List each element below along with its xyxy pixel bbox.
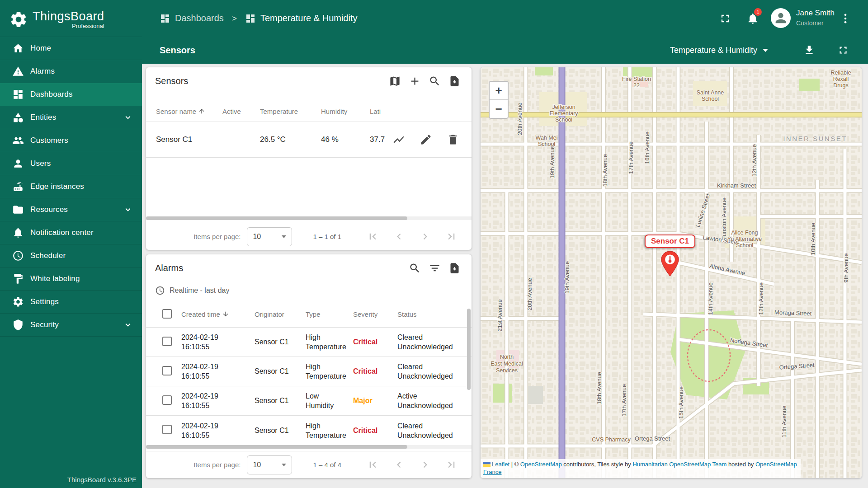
more-menu-button[interactable] — [835, 0, 855, 37]
column-active[interactable]: Active — [222, 108, 260, 115]
column-created-time[interactable]: Created time — [181, 310, 255, 318]
alarm-row[interactable]: 2024-02-1916:10:55 Sensor C1 HighTempera… — [146, 328, 472, 357]
previous-page-button[interactable] — [386, 455, 412, 475]
column-originator[interactable]: Originator — [255, 310, 306, 318]
osm-link[interactable]: OpenStreetMap — [520, 461, 562, 468]
column-humidity[interactable]: Humidity — [321, 108, 370, 115]
dashboards-icon — [160, 13, 170, 24]
notifications-button[interactable]: 1 — [743, 0, 763, 37]
first-page-button[interactable] — [359, 227, 386, 247]
avatar[interactable] — [771, 8, 791, 28]
fullscreen-button[interactable] — [715, 0, 735, 37]
app-logo[interactable]: ThingsBoard Professional — [0, 0, 142, 37]
sidebar-item-entities[interactable]: Entities — [0, 106, 142, 129]
alarm-created-cell: 2024-02-1916:10:55 — [181, 391, 255, 410]
osm-france-link[interactable]: France — [483, 469, 501, 475]
leaflet-link[interactable]: Leaflet — [492, 461, 509, 468]
zoom-out-button[interactable]: − — [490, 100, 508, 118]
sensor-row[interactable]: Sensor C1 26.5 °C 46 % 37.7 — [146, 122, 472, 158]
sidebar-item-notification-center[interactable]: Notification center — [0, 221, 142, 244]
column-severity[interactable]: Severity — [353, 310, 397, 318]
widget-title: Alarms — [155, 263, 183, 273]
sidebar-item-home[interactable]: Home — [0, 37, 142, 60]
sidebar-item-scheduler[interactable]: Scheduler — [0, 244, 142, 267]
chart-action-button[interactable] — [389, 130, 409, 150]
search-button[interactable] — [405, 258, 425, 278]
map-label: INNER SUNSET — [783, 135, 847, 142]
breadcrumb-dashboards[interactable]: Dashboards — [175, 13, 224, 23]
scrollbar-thumb[interactable] — [146, 216, 407, 220]
map-marker-pin[interactable] — [660, 251, 680, 277]
next-page-button[interactable] — [412, 227, 438, 247]
sidebar-item-security[interactable]: Security — [0, 314, 142, 337]
top-header: Dashboards > Temperature & Humidity 1 Ja… — [142, 0, 868, 37]
sidebar-item-customers[interactable]: Customers — [0, 129, 142, 152]
export-button[interactable] — [444, 71, 464, 91]
next-page-button[interactable] — [412, 455, 438, 475]
column-latitude[interactable]: Lati — [370, 108, 391, 115]
filter-button[interactable] — [425, 258, 444, 278]
download-button[interactable] — [799, 37, 819, 64]
column-temperature[interactable]: Temperature — [260, 108, 321, 115]
select-all-cell — [162, 309, 181, 320]
search-button[interactable] — [425, 71, 444, 91]
column-type[interactable]: Type — [306, 310, 353, 318]
sidebar-item-white-labeling[interactable]: White labeling — [0, 267, 142, 291]
last-page-button[interactable] — [438, 455, 464, 475]
alarm-row[interactable]: 2024-02-1916:10:55 Sensor C1 LowHumidity… — [146, 386, 472, 416]
first-page-button[interactable] — [359, 455, 386, 475]
chevron-down-icon — [282, 235, 286, 238]
dashboard-state-select[interactable]: Temperature & Humidity — [670, 37, 768, 64]
scrollbar-thumb[interactable] — [146, 445, 407, 449]
row-checkbox[interactable] — [162, 395, 172, 405]
scrollbar-thumb[interactable] — [467, 309, 471, 390]
sidebar-item-label: Settings — [30, 297, 59, 306]
sidebar-item-settings[interactable]: Settings — [0, 291, 142, 314]
alarm-row[interactable]: 2024-02-1916:10:55 Sensor C1 HighTempera… — [146, 416, 472, 445]
edit-action-button[interactable] — [416, 130, 436, 150]
alarm-severity-cell: Critical — [353, 427, 397, 435]
horizontal-scrollbar — [146, 445, 472, 449]
map-label: 17th Avenue — [621, 384, 627, 417]
export-button[interactable] — [444, 258, 464, 278]
page-size-select[interactable]: 10 — [247, 455, 292, 474]
page-size-select[interactable]: 10 — [247, 227, 292, 246]
dashboard-toolbar: Sensors Temperature & Humidity — [142, 37, 868, 64]
last-page-button[interactable] — [438, 227, 464, 247]
fullscreen-button[interactable] — [833, 37, 853, 64]
select-all-checkbox[interactable] — [162, 309, 172, 319]
clock-icon — [12, 250, 24, 262]
hot-link[interactable]: Humanitarian OpenStreetMap Team — [632, 461, 726, 468]
osm-france-link[interactable]: OpenStreetMap — [755, 461, 797, 468]
add-button[interactable] — [405, 71, 425, 91]
column-status[interactable]: Status — [397, 310, 472, 318]
map-label: 10th Avenue — [810, 223, 816, 255]
sensor-name-cell: Sensor C1 — [156, 135, 222, 144]
column-sensor-name[interactable]: Sensor name — [156, 108, 222, 115]
map-label: Kirkham Street — [717, 182, 756, 189]
sidebar-item-label: Customers — [30, 136, 68, 145]
chevron-down-icon[interactable] — [123, 205, 133, 215]
row-checkbox[interactable] — [162, 425, 172, 434]
sidebar-item-dashboards[interactable]: Dashboards — [0, 83, 142, 106]
delete-action-button[interactable] — [443, 130, 463, 150]
sidebar-item-resources[interactable]: Resources — [0, 198, 142, 221]
chevron-down-icon[interactable] — [123, 113, 133, 122]
sidebar-item-edge-instances[interactable]: Edge instances — [0, 175, 142, 198]
previous-page-button[interactable] — [386, 227, 412, 247]
user-menu[interactable]: Jane Smith Customer — [796, 8, 835, 28]
sensors-widget-header: Sensors — [146, 67, 472, 94]
page-range-label: 1 – 1 of 1 — [313, 233, 341, 240]
marker-tooltip[interactable]: Sensor C1 — [645, 235, 695, 248]
version-label: ThingsBoard v.3.6.3PE — [67, 476, 137, 483]
alarm-row[interactable]: 2024-02-1916:10:55 Sensor C1 HighTempera… — [146, 357, 472, 386]
map-action-button[interactable] — [385, 71, 405, 91]
chevron-down-icon[interactable] — [123, 320, 133, 330]
sidebar-item-users[interactable]: Users — [0, 152, 142, 175]
sidebar-item-alarms[interactable]: Alarms — [0, 60, 142, 83]
row-checkbox[interactable] — [162, 366, 172, 375]
timewindow-control[interactable]: Realtime - last day — [155, 282, 230, 299]
items-per-page-label: Items per page: — [193, 461, 241, 469]
zoom-in-button[interactable]: + — [490, 82, 508, 100]
row-checkbox[interactable] — [162, 337, 172, 346]
